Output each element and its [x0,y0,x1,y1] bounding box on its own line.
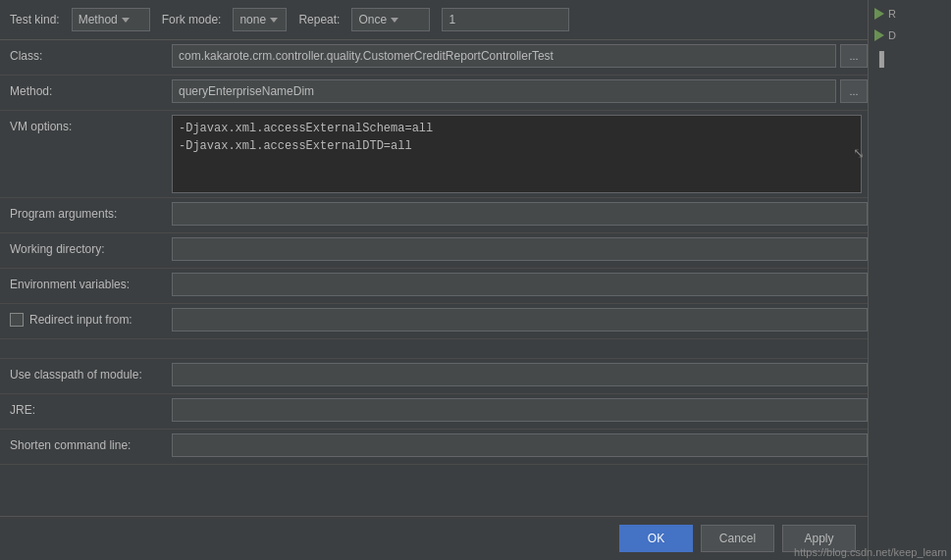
fork-mode-chevron-icon [270,18,278,23]
expand-icon[interactable]: ⤡ [853,145,865,161]
class-label: Class: [0,40,172,72]
fork-mode-value: none [239,13,266,26]
jre-content [172,394,868,426]
run-icon [874,8,884,20]
program-args-content [172,198,868,229]
working-dir-label: Working directory: [0,233,172,265]
chart-button-row: ▐ [869,47,951,71]
test-kind-label: Test kind: [10,13,60,26]
redirect-text: Redirect input from: [29,313,132,327]
chart-icon: ▐ [874,51,884,67]
redirect-content [172,304,868,335]
repeat-chevron-icon [391,18,398,23]
right-sidebar: R D ▐ [868,0,951,560]
shorten-cmd-label: Shorten command line: [0,430,172,461]
class-input[interactable] [172,44,836,68]
vm-options-row: VM options: -Djavax.xml.accessExternalSc… [0,111,868,198]
method-row: Method: ... [0,76,868,111]
jre-label: JRE: [0,394,172,426]
env-vars-row: Environment variables: [0,269,868,304]
classpath-row: Use classpath of module: [0,359,868,394]
debug-button-row: D [869,25,951,45]
method-label: Method: [0,76,172,107]
shorten-cmd-content [172,430,868,461]
class-browse-button[interactable]: ... [840,44,868,68]
program-args-label: Program arguments: [0,198,172,229]
top-row: Test kind: Method Fork mode: none Repeat… [0,0,868,40]
fork-mode-label: Fork mode: [162,13,222,26]
program-args-row: Program arguments: [0,198,868,233]
cancel-button[interactable]: Cancel [701,525,774,552]
run-config-dialog: Test kind: Method Fork mode: none Repeat… [0,0,868,560]
method-content: ... [172,76,868,107]
url-bar: https://blog.csdn.net/keep_learn [790,544,951,560]
shorten-cmd-row: Shorten command line: [0,430,868,465]
redirect-checkbox-label[interactable]: Redirect input from: [10,313,162,327]
env-vars-input[interactable] [172,273,868,296]
vm-options-label: VM options: [0,111,172,142]
vm-options-content: -Djavax.xml.accessExternalSchema=all -Dj… [172,111,868,197]
program-args-input[interactable] [172,202,868,226]
env-vars-content [172,269,868,300]
fork-mode-dropdown[interactable]: none [233,8,287,31]
bottom-row: OK Cancel Apply [0,516,868,560]
classpath-label: Use classpath of module: [0,359,172,390]
redirect-label: Redirect input from: [0,304,172,335]
repeat-value: Once [358,13,387,26]
run-label: R [888,8,896,20]
redirect-input[interactable] [172,308,868,331]
jre-input[interactable] [172,398,868,422]
repeat-count-input[interactable] [442,8,569,31]
test-kind-value: Method [79,13,118,26]
jre-row: JRE: [0,394,868,430]
form-section: Class: ... Method: ... VM options: -Djav… [0,40,868,516]
test-kind-dropdown[interactable]: Method [72,8,150,31]
working-dir-content [172,233,868,265]
debug-icon [874,29,884,41]
method-input[interactable] [172,79,836,103]
spacer-row [0,339,868,359]
redirect-row: Redirect input from: [0,304,868,339]
shorten-cmd-input[interactable] [172,433,868,457]
repeat-label: Repeat: [298,13,340,26]
test-kind-chevron-icon [122,18,130,23]
redirect-checkbox[interactable] [10,313,24,327]
run-button-row: R [869,4,951,24]
class-content: ... [172,40,868,72]
debug-label: D [888,29,896,41]
repeat-dropdown[interactable]: Once [351,8,430,31]
method-browse-button[interactable]: ... [840,79,868,103]
classpath-content [172,359,868,390]
classpath-input[interactable] [172,363,868,386]
class-row: Class: ... [0,40,868,76]
env-vars-label: Environment variables: [0,269,172,300]
vm-options-textarea[interactable]: -Djavax.xml.accessExternalSchema=all -Dj… [172,115,862,193]
ok-button[interactable]: OK [619,525,693,552]
working-dir-row: Working directory: [0,233,868,269]
working-dir-input[interactable] [172,237,868,261]
